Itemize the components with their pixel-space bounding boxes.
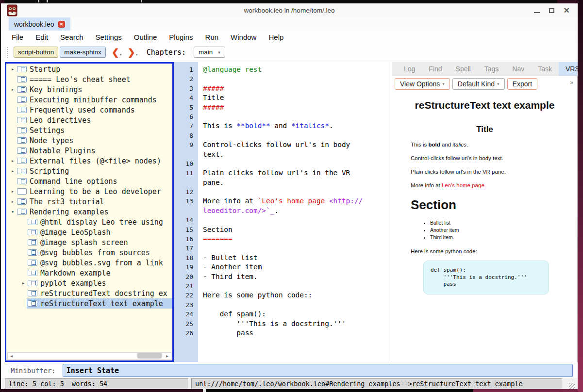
tree-item-label: The rst3 tutorial bbox=[30, 197, 104, 206]
make-sphinx-button[interactable]: make-sphinx bbox=[60, 47, 106, 58]
line-number: 20 bbox=[177, 272, 198, 281]
tab-close-icon[interactable]: ✕ bbox=[58, 21, 65, 28]
tree-item[interactable]: Node types bbox=[6, 135, 172, 146]
default-kind-button[interactable]: Default Kind ▾ bbox=[452, 78, 505, 90]
tab-task[interactable]: Task bbox=[531, 62, 559, 76]
resize-grip-icon[interactable] bbox=[569, 383, 575, 389]
tree-item[interactable]: ===== Leo's cheat sheet bbox=[6, 74, 172, 84]
tree-item[interactable]: ▸Startup bbox=[6, 64, 172, 74]
next-node-button[interactable]: ❯ ▾ bbox=[128, 47, 138, 58]
tree-item[interactable]: ▸The rst3 tutorial bbox=[6, 196, 172, 207]
tree-item[interactable]: reStructuredText docstring ex bbox=[6, 288, 172, 298]
scrollbar-track[interactable] bbox=[15, 353, 164, 359]
toolbar-overflow-icon[interactable]: » bbox=[570, 79, 573, 86]
tab-spell[interactable]: Spell bbox=[449, 62, 478, 76]
tree-item-label: External files (@<file> nodes) bbox=[30, 157, 161, 165]
menu-file[interactable]: File bbox=[12, 33, 23, 41]
menu-help[interactable]: Help bbox=[268, 33, 283, 41]
tree-item[interactable]: Frequently used commands bbox=[6, 105, 172, 115]
tree-expanded-arrow-icon[interactable]: ▾ bbox=[9, 209, 16, 215]
tree-collapsed-arrow-icon[interactable]: ▸ bbox=[9, 168, 16, 174]
tab-workbook[interactable]: workbook.leo ✕ bbox=[9, 17, 70, 31]
tree-collapsed-arrow-icon[interactable]: ▸ bbox=[9, 198, 16, 205]
toolbar-grip-handle[interactable] bbox=[7, 47, 10, 58]
tree-item[interactable]: ▸Learning to be a Leo developer bbox=[6, 186, 172, 196]
scroll-left-icon[interactable]: ◂ bbox=[8, 353, 15, 359]
menu-search[interactable]: Search bbox=[60, 33, 83, 41]
tree-collapsed-arrow-icon[interactable]: ▸ bbox=[20, 280, 27, 286]
leo-node-icon bbox=[17, 168, 27, 174]
tree-item[interactable]: ▸Key bindings bbox=[6, 84, 172, 95]
scrollbar-thumb[interactable] bbox=[137, 353, 162, 359]
minibuffer-input[interactable]: Insert State bbox=[63, 364, 573, 377]
menu-plugins[interactable]: Plugins bbox=[169, 33, 193, 41]
tree-horizontal-scrollbar[interactable]: ◂ ▸ bbox=[7, 352, 171, 359]
tree-item[interactable]: Settings bbox=[6, 125, 172, 135]
minimize-icon[interactable] bbox=[534, 12, 540, 13]
leo-node-icon bbox=[28, 290, 37, 296]
tab-log[interactable]: Log bbox=[397, 62, 422, 76]
tree-item[interactable]: ▸Scripting bbox=[6, 166, 172, 176]
view-options-button[interactable]: View Options ▾ bbox=[395, 78, 450, 90]
tree-item[interactable]: @html display Leo tree using bbox=[6, 217, 172, 227]
minibuffer-label: Minibuffer: bbox=[11, 367, 56, 375]
tree-item[interactable]: ▸pyplot examples bbox=[6, 278, 172, 288]
prev-node-button[interactable]: ❮ ▾ bbox=[112, 47, 122, 58]
tree-item[interactable]: @image LeoSplash bbox=[6, 227, 172, 237]
tab-tags[interactable]: Tags bbox=[478, 62, 506, 76]
vr-paragraphs: This is bold and italics.Control-clicks … bbox=[392, 141, 577, 189]
title-bar[interactable]: workbook.leo in /home/tom/.leo ✕ bbox=[1, 3, 578, 17]
rendered-doc-title: reStructureText text example bbox=[402, 98, 567, 112]
line-number: 23 bbox=[177, 300, 198, 310]
tree-item[interactable]: Executing minibuffer commands bbox=[6, 95, 172, 105]
vr-bullet-item: Another item bbox=[430, 227, 577, 234]
tree-item[interactable]: Notable Plugins bbox=[6, 146, 172, 156]
tree-item[interactable]: @svg bubbles from sources bbox=[6, 247, 172, 258]
tab-nav[interactable]: Nav bbox=[505, 62, 531, 76]
tree-item[interactable]: Markdown example bbox=[6, 268, 172, 278]
leo-node-icon bbox=[28, 239, 37, 245]
maximize-icon[interactable] bbox=[549, 8, 554, 13]
menu-edit[interactable]: Edit bbox=[35, 33, 48, 41]
window-left-edge bbox=[0, 15, 1, 389]
outline-tree-pane[interactable]: ▸Startup===== Leo's cheat sheet▸Key bind… bbox=[5, 62, 174, 362]
tree-item-label: @svg bubbles.svg from a link bbox=[40, 259, 163, 267]
leo-home-page-link[interactable]: Leo's home page bbox=[442, 182, 484, 188]
menu-settings[interactable]: Settings bbox=[96, 33, 122, 41]
scroll-right-icon[interactable]: ▸ bbox=[164, 353, 171, 359]
line-number: 3 bbox=[177, 84, 198, 93]
chevron-down-icon[interactable]: ▾ bbox=[136, 52, 138, 58]
vr3-toolbar: View Options ▾ Default Kind ▾ Export » bbox=[392, 76, 577, 92]
close-icon[interactable]: ✕ bbox=[564, 3, 570, 17]
line-number bbox=[177, 206, 198, 215]
tree-item[interactable]: Leo directives bbox=[6, 115, 172, 125]
menu-outline[interactable]: Outline bbox=[134, 33, 157, 41]
line-number: 12 bbox=[177, 187, 198, 196]
tree-collapsed-arrow-icon[interactable]: ▸ bbox=[9, 66, 16, 72]
leo-node-icon bbox=[17, 117, 27, 123]
leo-main-window: workbook.leo in /home/tom/.leo ✕ workboo… bbox=[0, 0, 583, 392]
chevron-down-icon[interactable]: ▾ bbox=[120, 52, 122, 58]
tree-item-label: Notable Plugins bbox=[30, 147, 95, 155]
tree-collapsed-arrow-icon[interactable]: ▸ bbox=[9, 158, 16, 164]
tree-item[interactable]: @image splash screen bbox=[6, 237, 172, 247]
tree-item[interactable]: reStructureText text example bbox=[6, 298, 172, 309]
tree-item[interactable]: ▾Rendering examples bbox=[6, 207, 172, 217]
leo-node-icon bbox=[17, 137, 27, 144]
tree-item-label: Startup bbox=[30, 65, 60, 74]
menu-window[interactable]: Window bbox=[231, 33, 256, 41]
export-button[interactable]: Export bbox=[507, 78, 537, 90]
leo-node-icon bbox=[17, 107, 27, 113]
tree-item[interactable]: ▸External files (@<file> nodes) bbox=[6, 156, 172, 166]
line-number: 10 bbox=[177, 159, 198, 168]
menu-run[interactable]: Run bbox=[205, 33, 219, 41]
tree-item[interactable]: @svg bubbles.svg from a link bbox=[6, 258, 172, 268]
script-button[interactable]: script-button bbox=[14, 47, 58, 58]
tree-collapsed-arrow-icon[interactable]: ▸ bbox=[9, 188, 16, 195]
tree-collapsed-arrow-icon[interactable]: ▸ bbox=[9, 86, 16, 93]
chapter-select[interactable]: main ▾ bbox=[194, 47, 225, 58]
tree-item[interactable]: Command line options bbox=[6, 176, 172, 186]
tree-item-label: Learning to be a Leo developer bbox=[30, 187, 161, 196]
tab-find[interactable]: Find bbox=[422, 62, 449, 76]
tree-item-label: @image splash screen bbox=[40, 238, 128, 247]
